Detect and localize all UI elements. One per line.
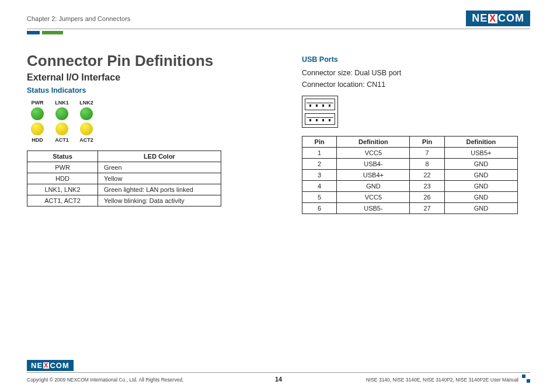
table-row: LNK1, LNK2Green lighted: LAN ports linke… [27, 184, 221, 195]
subsection-heading-usb: USB Ports [302, 55, 530, 64]
led-diagram: PWR LNK1 LNK2 HDD ACT1 ACT2 [29, 99, 255, 144]
status-th-color: LED Color [98, 151, 221, 162]
table-row: 2USB4-8GND [302, 159, 518, 170]
status-th-status: Status [27, 151, 98, 162]
pin-th-2: Definition [337, 136, 410, 148]
pin-definition-table: Pin Definition Pin Definition 1VCC57USB5… [302, 136, 518, 214]
footer-logo: NEXCOM [27, 360, 74, 371]
led-hdd [31, 123, 44, 135]
led-act2 [80, 123, 93, 135]
usb-location-text: Connector location: CN11 [302, 80, 530, 90]
footer-squares-icon [522, 374, 530, 383]
usb-connector-diagram [302, 96, 338, 128]
table-row: 5VCC526GND [302, 192, 518, 203]
pin-th-4: Definition [444, 136, 517, 148]
led-label-hdd: HDD [32, 137, 43, 143]
table-row: 4GND23GND [302, 181, 518, 192]
logo-part-right: COM [498, 12, 524, 24]
logo-part-left: NE [472, 12, 488, 24]
logo-part-x: X [488, 14, 497, 23]
page-number: 14 [275, 376, 282, 383]
copyright-text: Copyright © 2009 NEXCOM International Co… [27, 377, 183, 383]
table-row: HDDYellow [27, 173, 221, 184]
status-table: Status LED Color PWRGreen HDDYellow LNK1… [27, 150, 221, 206]
footer-divider [27, 372, 530, 373]
brand-logo: NEXCOM [466, 10, 530, 26]
pin-th-3: Pin [410, 136, 444, 148]
accent-bar [27, 31, 530, 34]
table-row: ACT1, ACT2Yellow blinking: Data activity [27, 195, 221, 206]
table-row: 6USB5-27GND [302, 203, 518, 214]
led-label-act1: ACT1 [55, 137, 69, 143]
usb-size-text: Connector size: Dual USB port [302, 68, 530, 79]
led-label-lnk2: LNK2 [79, 100, 93, 106]
led-pwr [31, 107, 44, 120]
subsection-heading-status: Status Indicators [27, 86, 255, 94]
pin-th-1: Pin [302, 136, 337, 148]
table-row: PWRGreen [27, 162, 221, 173]
header-divider [27, 29, 530, 29]
page-title: Connector Pin Definitions [27, 52, 255, 70]
table-row: 3USB4+22GND [302, 170, 518, 181]
led-act1 [55, 123, 68, 135]
led-lnk2 [80, 107, 93, 120]
chapter-label: Chapter 2: Jumpers and Connectors [27, 15, 130, 22]
led-label-lnk1: LNK1 [55, 100, 69, 106]
table-row: 1VCC57USB5+ [302, 148, 518, 159]
led-lnk1 [55, 107, 68, 120]
led-label-act2: ACT2 [79, 137, 93, 143]
led-label-pwr: PWR [32, 100, 44, 106]
manual-title: NISE 3140, NISE 3140E, NISE 3140P2, NISE… [366, 377, 518, 383]
section-heading: External I/O Interface [27, 72, 255, 83]
